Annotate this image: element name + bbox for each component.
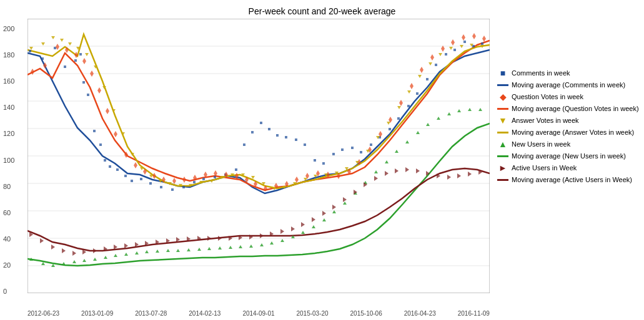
svg-marker-123: [149, 175, 153, 178]
svg-marker-226: [301, 222, 305, 227]
svg-rect-20: [93, 130, 96, 132]
svg-marker-174: [218, 246, 222, 250]
legend-qvotes-avg: Moving average (Question Votes in week): [497, 104, 641, 113]
svg-rect-55: [407, 105, 410, 107]
svg-rect-48: [341, 148, 344, 151]
svg-rect-38: [251, 131, 254, 133]
svg-marker-179: [270, 241, 274, 245]
svg-marker-119: [112, 109, 116, 112]
svg-marker-106: [451, 39, 455, 46]
y-axis-labels: 0 20 40 60 80 100 120 140 160 180 200: [3, 25, 27, 295]
qvotes-marker-icon: ◆: [497, 92, 508, 101]
legend-avotes-avg-label: Moving average (Answer Votes in week): [512, 128, 634, 136]
svg-rect-50: [360, 151, 362, 153]
svg-rect-41: [276, 134, 279, 137]
svg-marker-114: [68, 42, 72, 46]
svg-marker-201: [40, 238, 44, 243]
svg-marker-105: [441, 46, 445, 52]
svg-rect-58: [435, 64, 437, 66]
svg-rect-59: [445, 53, 447, 56]
svg-rect-51: [370, 143, 372, 146]
svg-marker-192: [405, 140, 409, 143]
svg-marker-198: [468, 108, 472, 111]
svg-marker-224: [280, 229, 284, 234]
svg-rect-40: [268, 128, 270, 130]
legend-comments: ■ Comments in week: [497, 69, 641, 77]
svg-marker-75: [134, 162, 137, 168]
legend-activeusers-label: Active Users in Week: [512, 164, 577, 172]
svg-rect-32: [193, 181, 196, 183]
svg-marker-229: [332, 205, 336, 210]
svg-rect-44: [304, 143, 306, 146]
svg-marker-203: [62, 248, 66, 253]
legend-comments-label: Comments in week: [512, 69, 570, 77]
svg-marker-91: [295, 177, 299, 183]
svg-marker-77: [152, 173, 156, 179]
svg-marker-182: [301, 231, 305, 234]
svg-marker-197: [457, 109, 461, 112]
svg-rect-61: [463, 41, 466, 43]
svg-marker-191: [395, 150, 399, 153]
svg-marker-218: [218, 236, 222, 241]
svg-marker-194: [426, 123, 430, 126]
svg-rect-42: [285, 136, 287, 138]
svg-marker-103: [420, 67, 424, 73]
svg-marker-235: [395, 168, 399, 173]
svg-marker-157: [41, 262, 45, 265]
svg-marker-177: [249, 245, 253, 248]
svg-rect-22: [104, 159, 106, 162]
legend-newusers: ▲ New Users in week: [497, 140, 641, 148]
legend-newusers-label: New Users in week: [512, 140, 570, 148]
svg-marker-171: [187, 248, 191, 251]
svg-marker-149: [418, 75, 422, 78]
svg-marker-227: [312, 217, 315, 222]
svg-marker-217: [207, 236, 211, 241]
svg-marker-146: [387, 122, 390, 125]
chart-title: Per-week count and 20-week average: [0, 0, 644, 19]
legend-activeusers-avg: Moving average (Active Users in Week): [497, 175, 641, 184]
qvotes-avg-line-icon: [497, 104, 508, 113]
svg-marker-109: [482, 36, 486, 42]
legend-activeusers: ► Active Users in Week: [497, 163, 641, 172]
svg-marker-233: [374, 176, 378, 181]
svg-rect-30: [171, 188, 174, 191]
svg-rect-47: [332, 153, 335, 155]
svg-marker-230: [343, 197, 347, 202]
svg-rect-34: [214, 176, 216, 178]
chart-svg: [27, 19, 490, 293]
svg-rect-60: [453, 49, 456, 51]
svg-marker-166: [135, 251, 139, 255]
svg-marker-101: [399, 100, 403, 106]
svg-marker-147: [397, 106, 401, 109]
svg-marker-241: [457, 173, 461, 178]
svg-marker-242: [468, 172, 472, 177]
svg-rect-13: [41, 57, 44, 60]
svg-rect-16: [74, 59, 77, 62]
svg-marker-189: [374, 170, 378, 173]
svg-marker-225: [291, 226, 295, 231]
svg-marker-228: [322, 211, 326, 216]
legend-newusers-avg-label: Moving average (New Users in week): [512, 152, 626, 160]
svg-marker-204: [72, 251, 76, 256]
svg-marker-150: [429, 62, 432, 65]
svg-marker-162: [93, 258, 97, 261]
svg-marker-176: [239, 245, 242, 248]
x-axis-labels: 2012-06-23 2013-01-09 2013-07-28 2014-02…: [27, 310, 490, 317]
svg-marker-64: [31, 69, 34, 75]
svg-marker-172: [197, 248, 201, 251]
svg-marker-111: [41, 42, 45, 46]
svg-rect-36: [235, 168, 237, 171]
avotes-marker-icon: ▼: [497, 116, 508, 125]
svg-marker-70: [90, 70, 94, 77]
svg-marker-196: [447, 112, 451, 115]
svg-rect-19: [87, 94, 89, 96]
svg-marker-161: [82, 259, 86, 262]
svg-rect-56: [416, 92, 419, 95]
svg-marker-116: [85, 53, 89, 56]
svg-marker-152: [449, 47, 453, 50]
legend-activeusers-avg-label: Moving average (Active Users in Week): [512, 176, 632, 183]
svg-rect-25: [124, 175, 127, 177]
svg-marker-168: [156, 250, 159, 253]
legend-comments-avg-label: Moving average (Comments in week): [512, 81, 625, 89]
svg-marker-186: [343, 201, 347, 205]
